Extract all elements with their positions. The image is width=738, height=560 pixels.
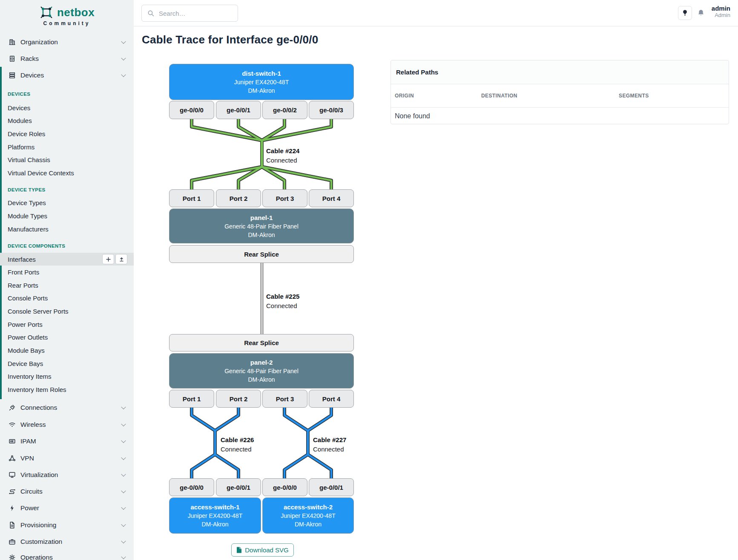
chevron-down-icon	[121, 489, 126, 493]
interface-box[interactable]: ge-0/0/0	[262, 478, 307, 496]
server-stack-icon	[9, 72, 16, 79]
port-box[interactable]: Port 4	[309, 189, 354, 207]
sidebar-item-manufacturers[interactable]: Manufacturers	[0, 223, 134, 235]
chevron-down-icon	[121, 522, 126, 527]
chevron-down-icon	[121, 405, 126, 409]
interface-box[interactable]: ge-0/0/0	[169, 101, 214, 119]
sidebar-item-circuits[interactable]: Circuits	[0, 483, 134, 500]
interface-box[interactable]: ge-0/0/3	[309, 101, 354, 119]
section-header-device-components: DEVICE COMPONENTS	[8, 243, 65, 249]
netbox-logo-icon	[39, 5, 54, 20]
sidebar-item-inventory-items[interactable]: Inventory Items	[0, 370, 134, 383]
sidebar-item-console-server-ports[interactable]: Console Server Ports	[0, 305, 134, 317]
sidebar-item-devices-list[interactable]: Devices	[0, 101, 134, 114]
import-interfaces-button[interactable]	[115, 254, 127, 264]
brand-name: netbox	[57, 6, 95, 19]
sidebar-item-console-ports[interactable]: Console Ports	[0, 291, 134, 304]
sidebar-item-devices[interactable]: Devices	[0, 67, 134, 84]
sidebar-item-rear-ports[interactable]: Rear Ports	[0, 279, 134, 291]
sidebar-item-module-bays[interactable]: Module Bays	[0, 344, 134, 357]
sidebar-item-front-ports[interactable]: Front Ports	[0, 266, 134, 278]
chevron-down-icon	[121, 505, 126, 510]
gear-icon	[9, 554, 16, 560]
port-box[interactable]: Port 2	[216, 390, 261, 408]
search-input[interactable]	[159, 5, 235, 21]
upload-icon	[119, 257, 124, 262]
brand[interactable]: netbox Community	[0, 5, 134, 26]
port-box[interactable]: Port 2	[216, 189, 261, 207]
chevron-down-icon	[121, 455, 126, 460]
theme-toggle-button[interactable]	[678, 6, 692, 20]
sidebar: netbox Community Organization Racks Devi…	[0, 0, 134, 560]
sidebar-item-modules[interactable]: Modules	[0, 114, 134, 127]
sidebar-item-racks[interactable]: Racks	[0, 50, 134, 67]
cable-label-225[interactable]: Cable #225 Connected	[266, 293, 299, 309]
device-box-access-switch-1[interactable]: access-switch-1 Juniper EX4200-48T DM-Ak…	[169, 497, 261, 534]
port-box[interactable]: Port 3	[262, 189, 307, 207]
sidebar-item-device-bays[interactable]: Device Bays	[0, 357, 134, 370]
sidebar-item-organization[interactable]: Organization	[0, 34, 134, 51]
rack-icon	[9, 55, 16, 63]
page-title: Cable Trace for Interface ge-0/0/0	[142, 33, 318, 46]
add-interface-button[interactable]	[102, 254, 114, 264]
device-box-panel-2[interactable]: panel-2 Generic 48-Pair Fiber Panel DM-A…	[169, 353, 354, 389]
vpn-network-icon	[9, 455, 16, 462]
cable-label-227[interactable]: Cable #227 Connected	[313, 436, 346, 453]
sidebar-item-virtualization[interactable]: Virtualization	[0, 466, 134, 483]
brand-subtitle: Community	[0, 20, 134, 26]
wifi-icon	[9, 421, 16, 429]
rear-splice-box[interactable]: Rear Splice	[169, 245, 354, 263]
search-box[interactable]	[141, 5, 238, 22]
sidebar-item-connections[interactable]: Connections	[0, 399, 134, 416]
sidebar-item-power-ports[interactable]: Power Ports	[0, 318, 134, 331]
chevron-down-icon	[121, 72, 126, 77]
interface-box[interactable]: ge-0/0/1	[216, 478, 261, 496]
sidebar-item-interfaces[interactable]: Interfaces	[0, 253, 134, 266]
sidebar-item-device-types[interactable]: Device Types	[0, 196, 134, 209]
building-icon	[9, 39, 16, 46]
sidebar-item-ipam[interactable]: IPAM	[0, 433, 134, 450]
device-box-access-switch-2[interactable]: access-switch-2 Juniper EX4200-48T DM-Ak…	[262, 497, 354, 534]
user-menu[interactable]: admin Admin	[712, 5, 730, 18]
interface-box[interactable]: ge-0/0/1	[309, 478, 354, 496]
port-box[interactable]: Port 3	[262, 390, 307, 408]
document-icon	[9, 522, 16, 529]
bolt-icon	[9, 505, 16, 512]
port-box[interactable]: Port 1	[169, 189, 214, 207]
sidebar-item-operations[interactable]: Operations	[0, 549, 134, 560]
search-icon	[147, 10, 155, 17]
sidebar-item-wireless[interactable]: Wireless	[0, 416, 134, 433]
related-paths-column-headers: ORIGIN DESTINATION SEGMENTS	[391, 84, 729, 108]
interface-box[interactable]: ge-0/0/1	[216, 101, 261, 119]
interface-box[interactable]: ge-0/0/2	[262, 101, 307, 119]
port-box[interactable]: Port 1	[169, 390, 214, 408]
lightbulb-icon	[682, 9, 688, 17]
chevron-down-icon	[121, 554, 126, 559]
chevron-down-icon	[121, 438, 126, 443]
sidebar-item-vpn[interactable]: VPN	[0, 450, 134, 467]
interface-box[interactable]: ge-0/0/0	[169, 478, 214, 496]
related-paths-card: Related Paths ORIGIN DESTINATION SEGMENT…	[391, 60, 729, 124]
section-header-device-types: DEVICE TYPES	[8, 187, 46, 192]
device-box-dist-switch-1[interactable]: dist-switch-1 Juniper EX4200-48T DM-Akro…	[169, 64, 354, 100]
sidebar-item-customization[interactable]: Customization	[0, 533, 134, 550]
cable-label-224[interactable]: Cable #224 Connected	[266, 147, 299, 164]
device-box-panel-1[interactable]: panel-1 Generic 48-Pair Fiber Panel DM-A…	[169, 209, 354, 243]
section-header-devices: DEVICES	[8, 91, 30, 97]
sidebar-item-virtual-chassis[interactable]: Virtual Chassis	[0, 153, 134, 166]
rear-splice-box[interactable]: Rear Splice	[169, 334, 354, 351]
sidebar-item-power[interactable]: Power	[0, 500, 134, 517]
port-box[interactable]: Port 4	[309, 390, 354, 408]
cable-label-226[interactable]: Cable #226 Connected	[221, 436, 254, 453]
sidebar-item-device-roles[interactable]: Device Roles	[0, 127, 134, 140]
sidebar-item-power-outlets[interactable]: Power Outlets	[0, 331, 134, 343]
sidebar-item-provisioning[interactable]: Provisioning	[0, 517, 134, 534]
sidebar-item-inventory-item-roles[interactable]: Inventory Item Roles	[0, 383, 134, 396]
plus-icon	[106, 257, 111, 262]
sidebar-item-platforms[interactable]: Platforms	[0, 140, 134, 153]
sidebar-item-module-types[interactable]: Module Types	[0, 209, 134, 222]
circuits-icon	[9, 488, 16, 495]
column-segments: SEGMENTS	[619, 93, 649, 99]
notifications-bell-icon[interactable]	[697, 9, 705, 19]
sidebar-item-virtual-device-contexts[interactable]: Virtual Device Contexts	[0, 166, 134, 179]
